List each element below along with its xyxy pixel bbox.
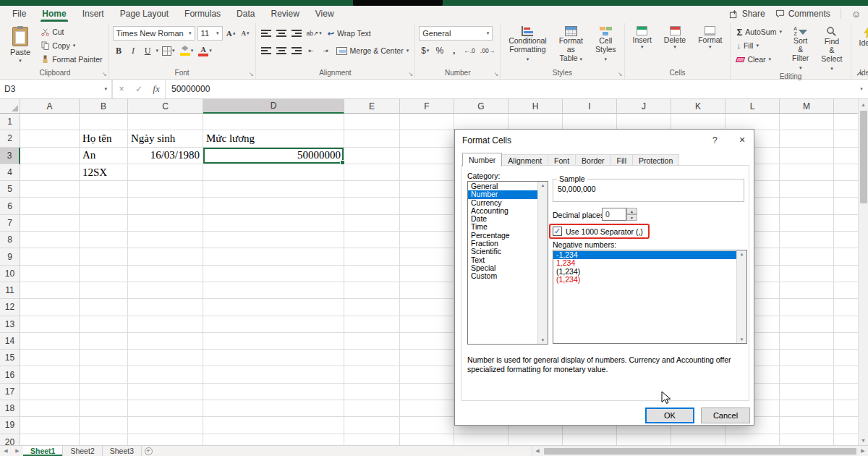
italic-button[interactable]: I: [127, 44, 140, 57]
cell-B11[interactable]: [80, 282, 128, 299]
cell-C20[interactable]: [128, 434, 203, 445]
cell-A8[interactable]: [20, 232, 80, 248]
clipboard-dialog-launcher-icon[interactable]: ↘: [102, 72, 107, 77]
dialog-title-bar[interactable]: Format Cells: [455, 130, 754, 151]
row-header-11[interactable]: 11: [0, 282, 20, 299]
cell-E5[interactable]: [344, 181, 400, 198]
cell-F1[interactable]: [400, 114, 454, 130]
cell-partial-14[interactable]: [834, 333, 858, 350]
cell-D2[interactable]: Mức lương: [203, 130, 344, 147]
cell-D9[interactable]: [203, 248, 344, 265]
cell-partial-19[interactable]: [834, 417, 858, 434]
row-header-14[interactable]: 14: [0, 333, 20, 350]
ok-button[interactable]: OK: [645, 408, 694, 423]
cell-F20[interactable]: [400, 434, 454, 445]
cell-partial-5[interactable]: [834, 181, 858, 198]
cell-C5[interactable]: [128, 181, 203, 198]
cell-M5[interactable]: [780, 181, 834, 198]
cell-D3[interactable]: 50000000: [203, 148, 344, 164]
cell-M11[interactable]: [780, 282, 834, 299]
cell-D10[interactable]: [203, 266, 344, 282]
row-header-12[interactable]: 12: [0, 299, 20, 316]
scroll-down-icon[interactable]: ▼: [740, 337, 744, 342]
menu-tab-review[interactable]: Review: [263, 6, 307, 22]
sheet-tab-sheet3[interactable]: Sheet3: [103, 446, 142, 456]
cell-M7[interactable]: [780, 215, 834, 232]
select-all-corner[interactable]: [0, 99, 20, 114]
cell-D16[interactable]: [203, 366, 344, 383]
cell-D18[interactable]: [203, 400, 344, 417]
format-as-table-button[interactable]: Format as Table ▾: [555, 25, 587, 63]
column-header-h[interactable]: H: [509, 99, 563, 114]
cell-I20[interactable]: [563, 434, 617, 445]
cell-partial-3[interactable]: [834, 148, 858, 164]
cell-partial-12[interactable]: [834, 299, 858, 316]
menu-tab-page-layout[interactable]: Page Layout: [112, 6, 176, 22]
column-header-b[interactable]: B: [80, 99, 128, 114]
column-header-m[interactable]: M: [780, 99, 834, 114]
cell-D20[interactable]: [203, 434, 344, 445]
cell-C15[interactable]: [128, 350, 203, 366]
negative-option-1[interactable]: 1,234: [553, 259, 736, 267]
format-cells-button[interactable]: Format ▾: [694, 25, 726, 51]
cell-C6[interactable]: [128, 198, 203, 214]
cell-E2[interactable]: [344, 130, 400, 147]
cell-B17[interactable]: [80, 384, 128, 400]
cell-E15[interactable]: [344, 350, 400, 366]
cell-E17[interactable]: [344, 384, 400, 400]
decrease-font-button[interactable]: A▾: [239, 27, 252, 40]
column-header-c[interactable]: C: [128, 99, 203, 114]
dialog-tab-number[interactable]: Number: [462, 153, 502, 166]
row-header-15[interactable]: 15: [0, 350, 20, 366]
menu-tab-insert[interactable]: Insert: [75, 6, 112, 22]
cell-D13[interactable]: [203, 316, 344, 333]
row-header-10[interactable]: 10: [0, 266, 20, 282]
column-header-d[interactable]: D: [203, 99, 344, 114]
cell-C8[interactable]: [128, 232, 203, 248]
row-header-19[interactable]: 19: [0, 417, 20, 434]
cell-D5[interactable]: [203, 181, 344, 198]
menu-tab-home[interactable]: Home: [34, 6, 74, 22]
row-header-13[interactable]: 13: [0, 316, 20, 333]
cell-C11[interactable]: [128, 282, 203, 299]
spin-up-icon[interactable]: ▲: [626, 208, 637, 214]
font-size-combo[interactable]: 11▾: [197, 26, 223, 41]
comments-button[interactable]: Comments: [775, 9, 830, 19]
cell-K20[interactable]: [671, 434, 726, 445]
cell-B10[interactable]: [80, 266, 128, 282]
cell-B4[interactable]: 12SX: [80, 164, 128, 181]
dialog-tab-alignment[interactable]: Alignment: [501, 154, 548, 166]
new-sheet-button[interactable]: +: [142, 446, 155, 456]
use-1000-separator-label[interactable]: Use 1000 Separator (,): [566, 227, 643, 236]
cell-G1[interactable]: [454, 114, 509, 130]
cell-A17[interactable]: [20, 384, 80, 400]
cell-K1[interactable]: [671, 114, 726, 130]
cell-E4[interactable]: [344, 164, 400, 181]
cell-D7[interactable]: [203, 215, 344, 232]
menu-tab-data[interactable]: Data: [229, 6, 263, 22]
insert-cells-button[interactable]: Insert ▾: [629, 25, 656, 51]
cell-B9[interactable]: [80, 248, 128, 265]
align-center-button[interactable]: [275, 44, 288, 57]
number-format-combo[interactable]: General▾: [419, 26, 493, 41]
cell-A5[interactable]: [20, 181, 80, 198]
cell-H1[interactable]: [509, 114, 563, 130]
cell-C2[interactable]: Ngày sinh: [128, 130, 203, 147]
cell-A12[interactable]: [20, 299, 80, 316]
cell-F9[interactable]: [400, 248, 454, 265]
cell-A14[interactable]: [20, 333, 80, 350]
cell-E16[interactable]: [344, 366, 400, 383]
negative-option-2[interactable]: (1,234): [553, 268, 736, 276]
cell-E19[interactable]: [344, 417, 400, 434]
increase-decimal-button[interactable]: ←.0: [462, 44, 477, 57]
decimal-places-spinner[interactable]: ▲▼: [626, 208, 637, 221]
row-header-7[interactable]: 7: [0, 215, 20, 232]
cell-F7[interactable]: [400, 215, 454, 232]
decrease-decimal-button[interactable]: .00→: [479, 44, 496, 57]
cell-D4[interactable]: [203, 164, 344, 181]
cell-E20[interactable]: [344, 434, 400, 445]
cell-A1[interactable]: [20, 114, 80, 130]
category-item-number[interactable]: Number: [468, 190, 537, 198]
cell-A3[interactable]: [20, 148, 80, 164]
cell-M15[interactable]: [780, 350, 834, 366]
